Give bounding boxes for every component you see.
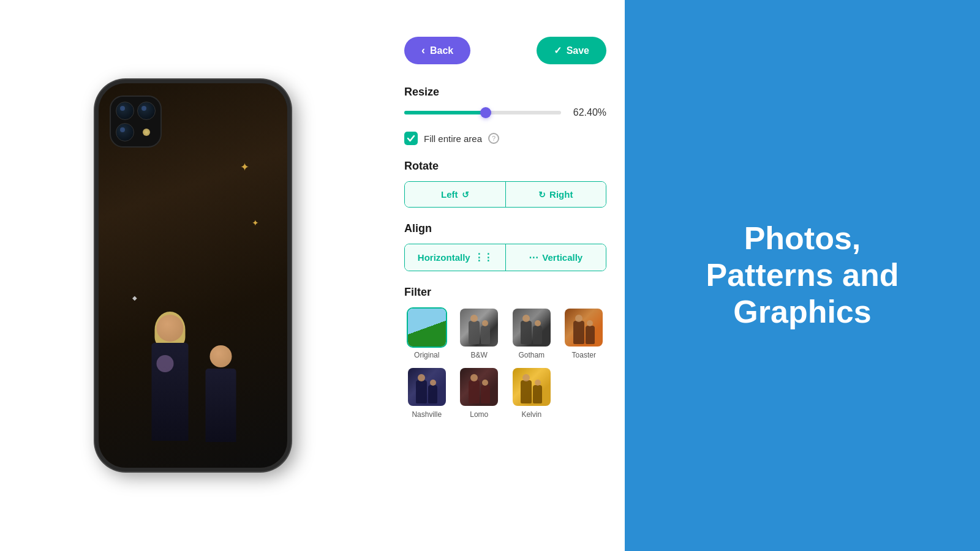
figure-head-short — [209, 345, 232, 367]
resize-title: Resize — [404, 86, 606, 99]
resize-row: 62.40% — [404, 107, 606, 118]
rotate-left-button[interactable]: Left ↺ — [405, 182, 506, 207]
align-horizontal-icon: ⋮⋮ — [474, 252, 492, 263]
align-horizontal-label: Horizontally — [418, 252, 470, 263]
gotham-person-2 — [533, 326, 542, 344]
rotate-right-button[interactable]: ↻ Right — [506, 182, 606, 207]
filter-label-toaster: Toaster — [572, 351, 596, 359]
back-button[interactable]: ‹ Back — [404, 37, 470, 64]
gotham-person-1 — [521, 321, 532, 344]
filter-label-lomo: Lomo — [470, 410, 488, 419]
filter-thumb-bw — [459, 307, 499, 348]
star-decoration-2: ✦ — [252, 218, 259, 228]
promo-line2: Patterns and — [706, 257, 899, 293]
bw-person-2 — [481, 326, 490, 344]
promo-line3: Graphics — [733, 294, 871, 329]
filter-thumb-kelvin — [511, 367, 552, 407]
filter-gotham-preview — [513, 309, 551, 347]
phone-mockup: ✦ ✦ ◆ — [95, 80, 291, 471]
camera-bump — [110, 96, 162, 148]
camera-flash — [143, 129, 150, 136]
filter-kelvin-preview — [513, 368, 551, 406]
filter-item-lomo[interactable]: Lomo — [457, 367, 502, 419]
info-icon[interactable]: ? — [488, 133, 499, 144]
filter-thumb-gotham — [511, 307, 552, 348]
kelvin-person-2 — [533, 385, 542, 403]
star-decoration-1: ✦ — [240, 160, 249, 174]
fill-area-row: Fill entire area ? — [404, 132, 606, 145]
top-buttons: ‹ Back ✓ Save — [404, 37, 606, 64]
rotate-left-icon: ↺ — [462, 190, 469, 200]
fill-checkbox[interactable] — [404, 132, 418, 145]
promo-text: Photos, Patterns and Graphics — [706, 220, 899, 330]
check-icon: ✓ — [554, 45, 562, 56]
back-arrow-icon: ‹ — [421, 44, 425, 57]
controls-panel: ‹ Back ✓ Save Resize 62.40% Fill entire … — [386, 0, 625, 551]
figure-tall — [143, 315, 198, 449]
filter-thumb-lomo — [459, 367, 499, 407]
checkmark-icon — [407, 134, 415, 143]
align-title: Align — [404, 222, 606, 235]
align-section: Align Horizontally ⋮⋮ ⋯ Vertically — [404, 222, 606, 271]
filter-label-nashville: Nashville — [412, 410, 442, 419]
rotate-section: Rotate Left ↺ ↻ Right — [404, 160, 606, 208]
figure-short — [198, 345, 244, 449]
lomo-person-2 — [481, 385, 490, 403]
resize-section: Resize 62.40% — [404, 86, 606, 118]
nashville-person-2 — [428, 385, 437, 403]
rotate-right-icon: ↻ — [538, 190, 546, 200]
slider-thumb[interactable] — [480, 107, 491, 118]
filter-nashville-preview — [408, 368, 446, 406]
rotate-btn-group: Left ↺ ↻ Right — [404, 181, 606, 208]
toaster-person-1 — [573, 321, 584, 344]
filter-item-nashville[interactable]: Nashville — [404, 367, 450, 419]
phone-body: ✦ ✦ ◆ — [95, 80, 291, 471]
camera-lens-1 — [116, 102, 134, 120]
rotate-right-label: Right — [549, 189, 573, 200]
lomo-person-1 — [469, 380, 480, 403]
save-button[interactable]: ✓ Save — [537, 37, 606, 64]
filter-lomo-preview — [460, 368, 498, 406]
rotate-left-label: Left — [441, 189, 458, 200]
filter-label-original: Original — [414, 351, 439, 359]
save-label: Save — [567, 45, 589, 56]
promo-panel: Photos, Patterns and Graphics — [625, 0, 980, 551]
rotate-title: Rotate — [404, 160, 606, 173]
filter-original-preview — [408, 309, 446, 347]
people-container — [143, 315, 244, 449]
align-vertical-label: Vertically — [542, 252, 582, 263]
filter-grid-row2: Nashville Lomo Kelvin — [404, 367, 606, 419]
align-vertical-button[interactable]: ⋯ Vertically — [506, 244, 606, 271]
phone-preview-panel: ✦ ✦ ◆ — [0, 0, 386, 551]
filter-toaster-preview — [565, 309, 603, 347]
align-horizontal-button[interactable]: Horizontally ⋮⋮ — [405, 244, 506, 271]
filter-thumb-original — [407, 307, 447, 348]
promo-line1: Photos, — [744, 220, 861, 256]
filter-bw-preview — [460, 309, 498, 347]
filter-label-kelvin: Kelvin — [521, 410, 541, 419]
filter-item-kelvin[interactable]: Kelvin — [509, 367, 554, 419]
filter-item-original[interactable]: Original — [404, 307, 450, 359]
resize-percent: 62.40% — [570, 107, 606, 118]
filter-item-gotham[interactable]: Gotham — [509, 307, 554, 359]
nashville-person-1 — [416, 380, 427, 403]
align-vertical-icon: ⋯ — [529, 252, 538, 263]
filter-thumb-toaster — [564, 307, 604, 348]
filter-item-bw[interactable]: B&W — [457, 307, 502, 359]
filter-label-gotham: Gotham — [518, 351, 545, 359]
figure-body-short — [205, 369, 236, 442]
camera-lens-3 — [116, 123, 134, 141]
resize-slider[interactable] — [404, 111, 561, 114]
figure-body-tall — [152, 343, 189, 441]
back-label: Back — [430, 45, 453, 56]
slider-fill — [404, 111, 486, 114]
filter-title: Filter — [404, 286, 606, 299]
fill-label: Fill entire area — [424, 133, 482, 144]
filter-label-bw: B&W — [471, 351, 488, 359]
kelvin-person-1 — [521, 380, 532, 403]
filter-item-toaster[interactable]: Toaster — [562, 307, 607, 359]
phone-side-button — [288, 181, 291, 218]
camera-lens-2 — [137, 102, 156, 120]
bw-person-1 — [469, 321, 480, 344]
filter-grid-row1: Original B&W Gotham — [404, 307, 606, 359]
